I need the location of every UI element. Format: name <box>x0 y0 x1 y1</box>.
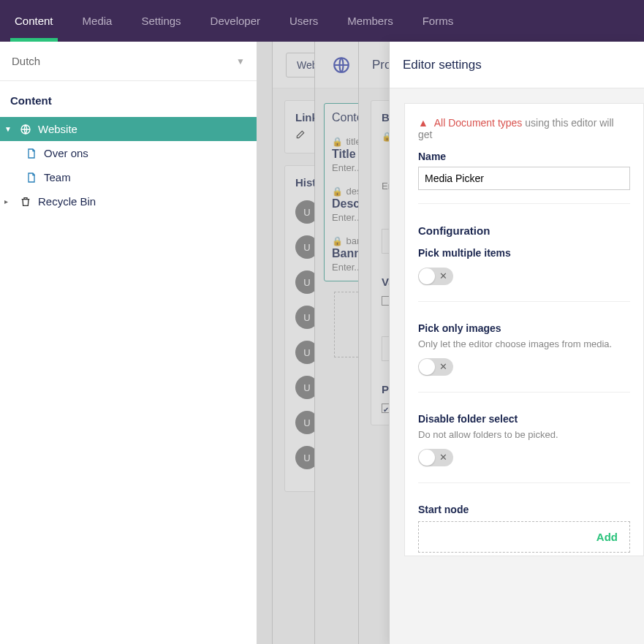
caret-down-icon: ▼ <box>4 125 13 133</box>
close-icon: ✕ <box>439 270 447 281</box>
label-start-node: Start node <box>418 504 630 515</box>
tree-item-label: Team <box>44 171 71 183</box>
panel-editor-settings: Editor settings ▲ All Document types usi… <box>389 42 644 644</box>
tree-item-recycle-bin[interactable]: ▸ Recycle Bin <box>0 189 257 213</box>
lock-icon: 🔒 <box>332 137 343 147</box>
toggle-disable-folder[interactable]: ✕ <box>418 449 453 466</box>
sidebar: Dutch ▼ Content ▼ Website Over ons Team … <box>0 42 257 644</box>
add-start-node-button[interactable]: Add <box>418 521 630 553</box>
warning-highlight: All Document types <box>434 117 523 129</box>
lock-icon: 🔒 <box>332 186 343 197</box>
panel-title: Editor settings <box>403 58 482 72</box>
lock-icon: 🔒 <box>332 236 343 246</box>
tree-item-label: Recycle Bin <box>38 195 96 208</box>
tree-header: Content <box>0 81 257 117</box>
caret-right-icon: ▸ <box>4 197 13 205</box>
nav-users[interactable]: Users <box>275 0 333 42</box>
section-configuration: Configuration <box>418 224 630 237</box>
nav-developer[interactable]: Developer <box>196 0 275 42</box>
label-name: Name <box>418 151 630 162</box>
close-icon: ✕ <box>439 361 447 372</box>
tree-item-team[interactable]: Team <box>0 165 257 189</box>
toggle-pick-multiple[interactable]: ✕ <box>418 268 453 285</box>
warning-icon: ▲ <box>418 117 428 129</box>
sublabel-pick-images: Only let the editor choose images from m… <box>418 338 630 349</box>
tree-item-label: Over ons <box>44 147 88 159</box>
document-icon <box>25 172 38 183</box>
language-select[interactable]: Dutch ▼ <box>0 42 257 81</box>
label-pick-multiple: Pick multiple items <box>418 247 630 259</box>
chevron-down-icon: ▼ <box>236 56 245 67</box>
nav-content[interactable]: Content <box>0 0 68 42</box>
toggle-pick-images[interactable]: ✕ <box>418 358 453 376</box>
globe-icon <box>19 124 32 135</box>
globe-icon <box>328 52 355 78</box>
language-label: Dutch <box>12 55 40 67</box>
document-icon <box>25 148 38 159</box>
trash-icon <box>19 196 32 208</box>
top-nav: Content Media Settings Developer Users M… <box>0 0 644 42</box>
sublabel-disable-folder: Do not allow folders to be picked. <box>418 429 630 440</box>
label-disable-folder: Disable folder select <box>418 413 630 425</box>
tree-item-over-ons[interactable]: Over ons <box>0 141 257 165</box>
name-input[interactable] <box>418 167 630 190</box>
nav-settings[interactable]: Settings <box>126 0 195 42</box>
tree-item-label: Website <box>38 123 77 135</box>
nav-forms[interactable]: Forms <box>408 0 469 42</box>
nav-media[interactable]: Media <box>68 0 127 42</box>
warning-message: ▲ All Document types using this editor w… <box>418 117 630 140</box>
edit-icon[interactable] <box>295 129 306 142</box>
label-pick-images: Pick only images <box>418 322 630 334</box>
prop-name: Title <box>332 148 356 160</box>
nav-members[interactable]: Members <box>333 0 408 42</box>
tree-item-website[interactable]: ▼ Website <box>0 117 257 141</box>
close-icon: ✕ <box>439 452 447 463</box>
